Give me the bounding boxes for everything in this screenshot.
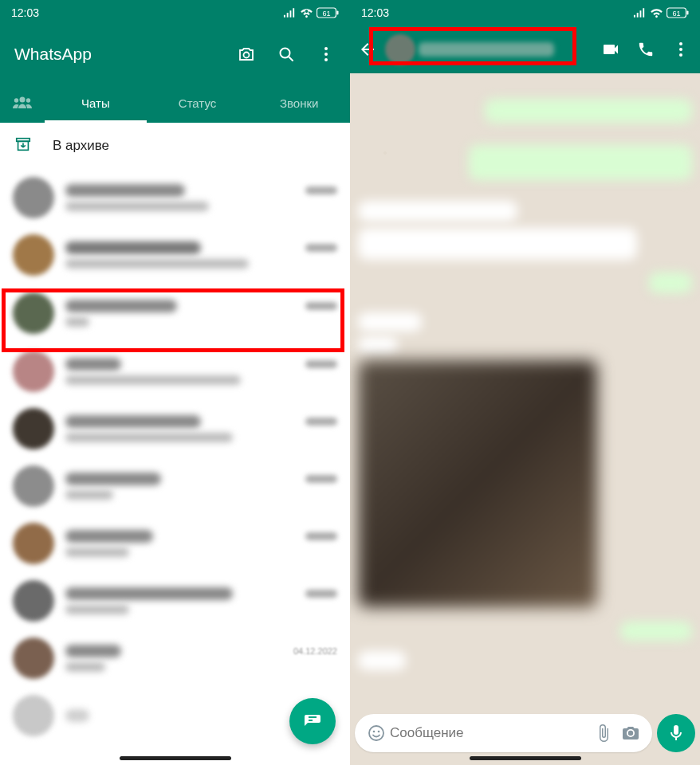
message-input[interactable] (390, 725, 590, 741)
avatar[interactable] (385, 34, 415, 65)
status-icons: 61 (633, 7, 689, 18)
svg-point-10 (20, 97, 26, 103)
message-in (358, 201, 517, 222)
svg-point-8 (324, 53, 328, 56)
input-bar (355, 714, 695, 752)
message-out (469, 145, 692, 180)
camera-button[interactable] (617, 720, 644, 747)
svg-point-18 (679, 42, 682, 45)
svg-point-7 (324, 47, 328, 50)
chat-item[interactable] (0, 457, 350, 515)
message-out (620, 622, 692, 641)
svg-point-21 (369, 726, 383, 740)
voice-call-button[interactable] (630, 32, 662, 67)
menu-button[interactable] (309, 37, 344, 72)
menu-button[interactable] (665, 32, 697, 67)
chat-item[interactable] (0, 400, 350, 457)
message-in (358, 651, 406, 670)
svg-text:61: 61 (322, 10, 330, 18)
svg-point-11 (14, 98, 18, 102)
chat-list: 04.12.2022 (0, 169, 350, 765)
camera-icon (621, 724, 640, 743)
chats-screen: 12:03 61 WhatsApp Чаты Статус Звонки В а… (0, 0, 350, 765)
camera-icon (237, 45, 256, 64)
video-icon (601, 40, 620, 59)
signal-icon (283, 8, 297, 18)
svg-point-20 (679, 53, 682, 57)
svg-point-0 (305, 9, 309, 13)
kebab-icon (317, 45, 336, 64)
tab-status[interactable]: Статус (147, 83, 249, 123)
camera-button[interactable] (229, 37, 264, 72)
chat-item[interactable] (0, 169, 350, 226)
home-indicator (120, 756, 231, 760)
tabs: Чаты Статус Звонки (0, 83, 350, 123)
chat-item[interactable] (0, 343, 350, 400)
search-button[interactable] (269, 37, 304, 72)
message-out (649, 273, 692, 293)
chat-item[interactable]: 04.12.2022 (0, 630, 350, 687)
svg-rect-16 (687, 11, 689, 15)
clock: 12:03 (361, 6, 389, 19)
tab-chats[interactable]: Чаты (45, 83, 147, 123)
clock: 12:03 (11, 6, 39, 19)
app-header: WhatsApp (0, 26, 350, 83)
svg-rect-2 (337, 11, 339, 15)
chat-item[interactable] (0, 572, 350, 630)
message-icon (303, 712, 322, 731)
chat-item[interactable] (0, 226, 350, 284)
app-title: WhatsApp (14, 45, 224, 64)
emoji-button[interactable] (363, 720, 390, 747)
wifi-icon (300, 8, 313, 18)
message-out (485, 99, 692, 123)
kebab-icon (671, 40, 690, 59)
chat-item[interactable] (0, 515, 350, 572)
attach-button[interactable] (590, 720, 617, 747)
svg-text:61: 61 (672, 10, 680, 18)
message-image (358, 360, 597, 607)
archive-icon (14, 135, 32, 156)
chat-item[interactable] (0, 284, 350, 343)
search-icon (277, 45, 296, 64)
archive-label: В архиве (53, 138, 109, 154)
status-bar: 12:03 61 (350, 0, 700, 26)
mic-icon (667, 724, 686, 743)
svg-line-6 (289, 57, 293, 61)
svg-point-22 (373, 731, 376, 733)
message-in (358, 312, 422, 332)
battery-icon: 61 (667, 7, 689, 18)
back-button[interactable] (353, 40, 382, 59)
chat-screen: 12:03 61 (350, 0, 700, 765)
home-indicator (470, 756, 581, 760)
emoji-icon (367, 724, 386, 743)
message-in (358, 336, 398, 354)
svg-point-23 (378, 731, 380, 733)
message-in (358, 228, 637, 260)
messages-area[interactable] (350, 73, 700, 765)
signal-icon (633, 8, 647, 18)
svg-point-12 (26, 98, 30, 102)
message-input-box (355, 714, 652, 752)
battery-icon: 61 (317, 7, 339, 18)
wifi-icon (650, 8, 663, 18)
status-icons: 61 (283, 7, 339, 18)
community-icon (12, 95, 33, 111)
chat-header (350, 26, 700, 73)
arrow-left-icon (358, 40, 377, 59)
svg-point-4 (244, 53, 250, 58)
attach-icon (594, 724, 613, 743)
tab-community[interactable] (0, 95, 45, 111)
phone-icon (637, 41, 655, 58)
tab-calls[interactable]: Звонки (248, 83, 350, 123)
mic-button[interactable] (657, 714, 695, 752)
svg-point-19 (679, 48, 682, 51)
status-bar: 12:03 61 (0, 0, 350, 26)
chat-title[interactable] (419, 42, 592, 57)
video-call-button[interactable] (595, 32, 627, 67)
archive-row[interactable]: В архиве (0, 123, 350, 169)
new-chat-fab[interactable] (289, 698, 336, 744)
svg-point-9 (324, 58, 328, 61)
